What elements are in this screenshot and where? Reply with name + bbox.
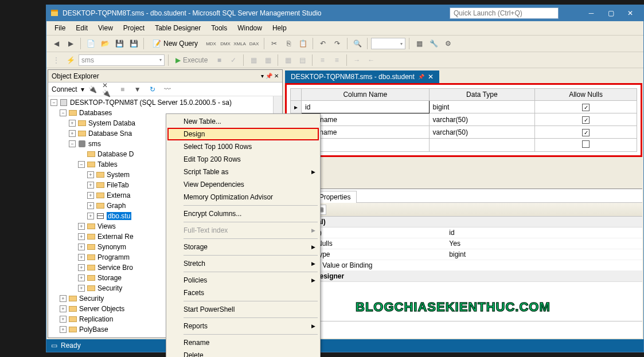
group-table-designer[interactable]: ⌄Table Designer (285, 271, 642, 282)
tab-close-icon[interactable]: ✕ (428, 73, 434, 81)
zoom-combo[interactable]: ▾ (371, 38, 405, 49)
row-indicator-icon: ▸ (291, 101, 302, 113)
cm-design[interactable]: Design (167, 128, 319, 140)
activity-monitor-icon[interactable]: 〰 (161, 83, 174, 96)
table-row[interactable]: first_name varchar(50) ✓ (291, 113, 637, 126)
uncomment-button[interactable]: ≡ (330, 54, 343, 66)
cm-memory-opt[interactable]: Memory Optimization Advisor (167, 191, 319, 203)
menu-file[interactable]: File (50, 22, 70, 34)
app-icon (50, 9, 59, 18)
save-button[interactable]: 💾 (113, 37, 126, 50)
cm-facets[interactable]: Facets (167, 287, 319, 299)
plan-button[interactable]: ▦ (247, 54, 260, 66)
table-row[interactable] (291, 139, 637, 152)
database-combo[interactable]: sms▾ (79, 54, 165, 66)
toolbar-sql: ⋮ ⚡ sms▾ ▶ Execute ■ ✓ ▦ ▦ ▦ ▤ ≡ ≡ → ← (46, 52, 643, 68)
parse-button[interactable]: ✓ (227, 54, 240, 66)
connect-dropdown-icon[interactable]: ▾ (81, 85, 84, 93)
table-row[interactable]: last_name varchar(50) ✓ (291, 126, 637, 139)
disconnect-button[interactable]: ⚡ (64, 54, 77, 66)
menu-table-designer[interactable]: Table Designer (150, 22, 205, 34)
columns-grid[interactable]: Column Name Data Type Allow Nulls ▸ id b… (290, 88, 637, 152)
connect-icon[interactable]: 🔌 (87, 83, 99, 96)
cm-select-top[interactable]: Select Top 1000 Rows (167, 140, 319, 153)
tree-server-node[interactable]: −DESKTOP-TQPNM8T (SQL Server 15.0.2000.5… (48, 97, 273, 108)
paste-button[interactable]: 📋 (296, 37, 309, 50)
cm-powershell[interactable]: Start PowerShell (167, 303, 319, 316)
menu-edit[interactable]: Edit (71, 22, 92, 34)
new-button[interactable]: 📄 (84, 37, 97, 50)
menu-view[interactable]: View (93, 22, 118, 34)
cm-edit-top[interactable]: Edit Top 200 Rows (167, 153, 319, 166)
tab-pin-icon[interactable]: 📌 (418, 74, 424, 80)
context-menu: New Table... Design Select Top 1000 Rows… (166, 113, 321, 357)
allow-nulls-checkbox[interactable]: ✓ (582, 104, 590, 111)
close-button[interactable]: ✕ (620, 7, 640, 19)
menu-project[interactable]: Project (119, 22, 149, 34)
cm-stretch[interactable]: Stretch▶ (167, 257, 319, 270)
cm-policies[interactable]: Policies▶ (167, 274, 319, 287)
svg-rect-0 (51, 11, 58, 16)
cm-encrypt[interactable]: Encrypt Columns... (167, 207, 319, 220)
document-tabs: DESKTOP-TQPNM8T.sms - dbo.student 📌 ✕ (285, 69, 642, 83)
menu-window[interactable]: Window (233, 22, 267, 34)
copy-button[interactable]: ⎘ (282, 37, 295, 50)
mdx-button[interactable]: MDX (205, 37, 217, 50)
save-all-button[interactable]: 💾 (127, 37, 140, 50)
comment-button[interactable]: ≡ (316, 54, 329, 66)
toolbar-main: ◀ ▶ 📄 📂 💾 💾 📝 New Query MDX DMX XMLA DAX… (46, 35, 643, 52)
open-button[interactable]: 📂 (99, 37, 111, 50)
activity-button[interactable]: ▦ (413, 37, 426, 50)
properties-grid[interactable]: ⌄(General) (Name)id Allow NullsYes Data … (285, 217, 642, 321)
outdent-button[interactable]: ← (365, 54, 377, 66)
cm-reports[interactable]: Reports▶ (167, 320, 319, 332)
refresh-icon[interactable]: ↻ (146, 83, 159, 96)
stats-button[interactable]: ▦ (261, 54, 274, 66)
col-header-name: Column Name (302, 89, 430, 101)
undo-button[interactable]: ↶ (317, 37, 329, 50)
find-button[interactable]: 🔍 (351, 37, 364, 50)
maximize-button[interactable]: ▢ (601, 7, 620, 19)
new-query-icon: 📝 (153, 40, 161, 48)
back-button[interactable]: ◀ (50, 37, 63, 50)
dax-button[interactable]: DAX (248, 37, 260, 50)
dmx-button[interactable]: DMX (219, 37, 232, 50)
table-designer: Column Name Data Type Allow Nulls ▸ id b… (285, 83, 642, 157)
forward-button[interactable]: ▶ (64, 37, 77, 50)
col-header-type: Data Type (429, 89, 535, 101)
menu-tools[interactable]: Tools (206, 22, 232, 34)
filter-icon[interactable]: ▼ (131, 83, 144, 96)
results-grid-button[interactable]: ▦ (282, 54, 294, 66)
document-tab[interactable]: DESKTOP-TQPNM8T.sms - dbo.student 📌 ✕ (285, 70, 439, 83)
stop-icon[interactable]: ■ (116, 83, 129, 96)
allow-nulls-checkbox[interactable]: ✓ (582, 116, 590, 124)
indent-button[interactable]: → (350, 54, 363, 66)
prop-row: Default Value or Binding (285, 260, 642, 271)
cm-fulltext[interactable]: Full-Text index▶ (167, 224, 319, 237)
minimize-button[interactable]: ─ (581, 7, 601, 19)
disconnect-icon[interactable]: ✕🔌 (102, 83, 114, 96)
redo-button[interactable]: ↷ (331, 37, 344, 50)
cm-script-table[interactable]: Script Table as▶ (167, 166, 319, 178)
group-general[interactable]: ⌄(General) (285, 217, 642, 227)
prop-row: Data Typebigint (285, 249, 642, 260)
cut-button[interactable]: ✂ (268, 37, 280, 50)
pin-icon[interactable]: ▾ 📌 ✕ (261, 73, 279, 79)
new-query-button[interactable]: 📝 New Query (147, 38, 203, 49)
cm-view-deps[interactable]: View Dependencies (167, 178, 319, 191)
execute-button[interactable]: ▶ Execute (172, 55, 211, 65)
allow-nulls-checkbox[interactable] (582, 140, 590, 148)
xmla-button[interactable]: XMLA (233, 37, 246, 50)
cm-delete[interactable]: Delete (167, 349, 319, 357)
tools-button[interactable]: 🔧 (427, 37, 440, 50)
cm-rename[interactable]: Rename (167, 336, 319, 349)
quick-launch-input[interactable] (450, 7, 559, 19)
cm-new-table[interactable]: New Table... (167, 115, 319, 128)
cm-storage[interactable]: Storage▶ (167, 241, 319, 253)
results-text-button[interactable]: ▤ (296, 54, 309, 66)
settings-button[interactable]: ⚙ (442, 37, 454, 50)
menu-help[interactable]: Help (268, 22, 291, 34)
stop-button[interactable]: ■ (213, 54, 225, 66)
table-row[interactable]: ▸ id bigint ✓ (291, 101, 637, 113)
allow-nulls-checkbox[interactable]: ✓ (582, 129, 590, 136)
